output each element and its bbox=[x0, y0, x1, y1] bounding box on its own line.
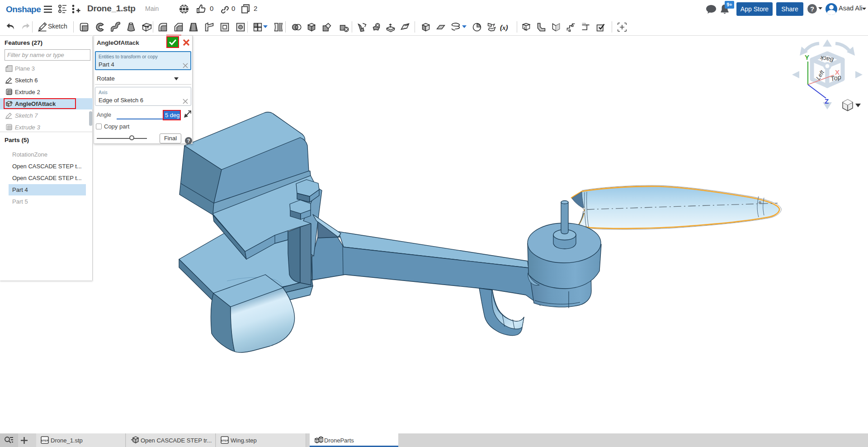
svg-text:STEP: STEP bbox=[221, 439, 228, 442]
svg-text:Y: Y bbox=[805, 53, 809, 61]
svg-text:X: X bbox=[835, 68, 840, 76]
svg-text:Z: Z bbox=[825, 97, 829, 105]
svg-text:STEP: STEP bbox=[41, 439, 48, 442]
